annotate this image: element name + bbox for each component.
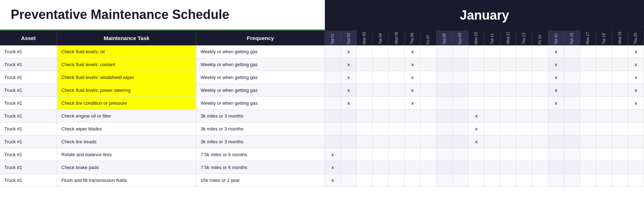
month-area: January — [325, 0, 644, 30]
day-cell — [516, 174, 532, 187]
day-cell — [341, 174, 357, 187]
day-cell — [532, 174, 548, 187]
day-label-16: Mon 17 — [586, 32, 590, 44]
cell-frequency: Weekly or when getting gas — [196, 97, 325, 109]
day-cell — [421, 97, 437, 109]
day-cell: x — [628, 97, 644, 109]
day-cell — [596, 110, 612, 122]
day-cell: x — [548, 84, 564, 96]
day-cell — [564, 84, 580, 96]
day-cell: x — [628, 45, 644, 58]
day-col-header-19: Thu 20 — [628, 30, 644, 45]
day-cell — [484, 148, 500, 161]
day-cell — [532, 71, 548, 84]
day-cell — [325, 110, 341, 122]
day-cell — [437, 135, 453, 148]
day-cell — [437, 123, 453, 135]
day-cell: x — [341, 84, 357, 96]
day-cell — [389, 110, 405, 122]
cell-task: Check fluid levels: power steering — [57, 84, 196, 96]
day-cell — [532, 45, 548, 58]
day-cell — [580, 123, 596, 135]
day-cell — [405, 161, 421, 174]
day-cell — [468, 71, 484, 84]
day-cell: x — [325, 174, 341, 187]
cell-asset: Truck #1 — [0, 174, 57, 187]
cell-task: Check engine oil or filter — [57, 110, 196, 122]
day-cell — [357, 71, 373, 84]
day-cell — [484, 71, 500, 84]
day-cell — [341, 148, 357, 161]
day-cell — [357, 45, 373, 58]
day-label-4: Wed 05 — [394, 32, 399, 44]
day-cell: x — [628, 84, 644, 96]
day-cell — [453, 71, 469, 84]
table-row: Truck #1Check tire treads3k miles or 3 m… — [0, 135, 644, 148]
day-cell — [516, 84, 532, 96]
day-cell — [341, 135, 357, 148]
day-cell — [516, 58, 532, 71]
day-cell — [532, 148, 548, 161]
cell-asset: Truck #1 — [0, 148, 57, 161]
day-cell — [468, 161, 484, 174]
day-cell — [421, 71, 437, 84]
day-col-header-15: Sun 16 — [564, 30, 580, 45]
cell-frequency: Weekly or when getting gas — [196, 58, 325, 71]
col-header-asset: Asset — [0, 30, 57, 45]
day-label-8: Sun 09 — [458, 33, 462, 44]
day-cell — [596, 174, 612, 187]
title-area: Preventative Maintenance Schedule — [0, 0, 325, 30]
day-cell — [564, 135, 580, 148]
day-cell — [357, 174, 373, 187]
day-cell — [357, 110, 373, 122]
day-col-header-11: Wed 12 — [500, 30, 517, 45]
day-cell — [421, 58, 437, 71]
day-label-1: Sun 02 — [347, 33, 351, 44]
cell-asset: Truck #1 — [0, 71, 57, 84]
day-cell — [596, 161, 612, 174]
day-cell — [373, 110, 389, 122]
table-row: Truck #1Check tire condition or pressure… — [0, 97, 644, 110]
day-label-10: Tue 11 — [490, 33, 494, 44]
day-cell — [357, 123, 373, 135]
day-cell — [532, 135, 548, 148]
day-cell — [580, 58, 596, 71]
day-cell — [580, 148, 596, 161]
day-cell: x — [468, 123, 484, 135]
col-header-task: Maintenance Task — [57, 30, 196, 45]
day-cell — [548, 174, 564, 187]
day-cell — [325, 84, 341, 96]
day-label-11: Wed 12 — [506, 32, 510, 44]
day-cell — [564, 71, 580, 84]
day-cell — [325, 97, 341, 109]
cell-frequency: Weekly or when getting gas — [196, 71, 325, 84]
day-cell — [325, 45, 341, 58]
day-col-header-14: Sat 15 — [548, 30, 564, 45]
day-cells: x — [325, 110, 644, 122]
day-col-header-10: Tue 11 — [484, 30, 500, 45]
cell-frequency: 7.5k miles or 6 months — [196, 161, 325, 174]
day-cell — [389, 84, 405, 96]
day-col-header-8: Sun 09 — [453, 30, 469, 45]
day-cell — [596, 84, 612, 96]
day-cell — [532, 123, 548, 135]
day-cell: x — [405, 97, 421, 109]
day-label-5: Thu 06 — [410, 33, 414, 44]
day-label-13: Fri 14 — [538, 35, 542, 44]
cell-task: Flush and fill transmission fluids — [57, 174, 196, 187]
day-label-7: Sat 08 — [442, 34, 447, 44]
day-cell — [612, 174, 628, 187]
cell-task: Rotate and balance tires — [57, 148, 196, 161]
day-cell — [564, 174, 580, 187]
col-header-frequency: Frequency — [196, 30, 325, 45]
day-cell: x — [548, 45, 564, 58]
day-cell — [373, 58, 389, 71]
day-cell: x — [405, 45, 421, 58]
day-col-header-3: Tue 04 — [373, 30, 389, 45]
day-cell: x — [341, 45, 357, 58]
day-cell — [389, 161, 405, 174]
day-cell — [516, 135, 532, 148]
day-cell — [484, 58, 500, 71]
day-cell: x — [628, 58, 644, 71]
day-cell — [453, 148, 469, 161]
